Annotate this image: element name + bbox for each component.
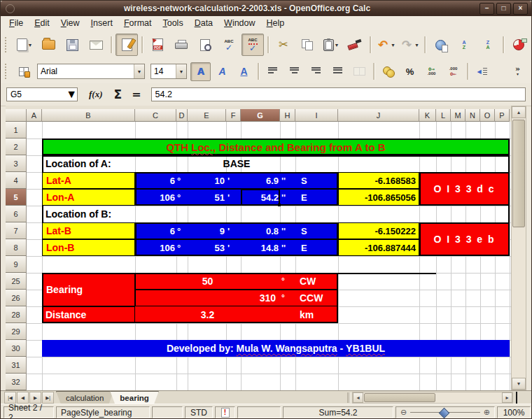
decrease-indent-button[interactable] — [472, 62, 492, 81]
tab-next-button[interactable]: ▶ — [29, 392, 41, 404]
row-header-1[interactable]: 1 — [6, 122, 27, 139]
name-box[interactable]: ▼ — [6, 87, 78, 101]
cell-J7[interactable]: -6.150222 — [338, 222, 419, 239]
zoom-in-icon[interactable]: ⊕ — [484, 408, 490, 417]
menu-data[interactable]: Data — [189, 17, 218, 29]
cell-E8[interactable]: 53 — [188, 239, 226, 256]
toolbar2-overflow-button[interactable] — [507, 62, 528, 81]
row-header-7[interactable]: 7 — [6, 222, 27, 239]
cell-H4[interactable]: '' — [280, 172, 295, 189]
formula-input-line[interactable] — [151, 87, 526, 101]
cell-reference-input[interactable] — [7, 88, 66, 101]
vertical-scroll-thumb[interactable] — [512, 120, 525, 227]
cell-B25[interactable]: Bearing — [42, 273, 135, 306]
sheet-tab-calculation[interactable]: calculation — [56, 391, 113, 404]
row-header-5[interactable]: 5 — [6, 189, 27, 206]
cell-H25[interactable]: ° — [280, 273, 295, 290]
sheet-position-status[interactable]: Sheet 2 / 2 — [4, 406, 54, 418]
menu-window[interactable]: Window — [218, 17, 260, 29]
cell-B28[interactable]: Distance — [42, 306, 135, 323]
cell-G4[interactable]: 6.9 — [241, 172, 280, 189]
cell-I7[interactable]: S — [295, 222, 338, 239]
percent-button[interactable] — [400, 62, 420, 81]
cell-I8[interactable]: E — [295, 239, 338, 256]
menu-tools[interactable]: Tools — [157, 17, 188, 29]
spreadsheet-grid[interactable]: ABCDEFGHIJKLMNOP12345678925262829303132Q… — [6, 106, 511, 390]
title-bar[interactable]: wireless-network-calculation-2-2003.xls … — [1, 1, 531, 16]
font-name-combo-dropdown[interactable]: ▼ — [134, 64, 144, 78]
copy-button[interactable] — [296, 34, 318, 56]
column-header-N[interactable]: N — [465, 109, 480, 122]
cell-F4[interactable]: ' — [226, 172, 241, 189]
align-left-button[interactable] — [262, 62, 283, 81]
cell-H26[interactable]: ° — [280, 290, 295, 306]
column-header-F[interactable]: F — [226, 109, 241, 122]
horizontal-scrollbar[interactable]: ◂ ▸ — [352, 392, 513, 404]
row-header-9[interactable]: 9 — [6, 256, 27, 273]
cell-C4[interactable]: 6 — [135, 172, 176, 189]
cell-C28[interactable]: 3.2 — [135, 306, 280, 323]
add-decimal-button[interactable] — [421, 62, 442, 81]
row-header-3[interactable]: 3 — [6, 155, 27, 172]
row-header-2[interactable]: 2 — [6, 139, 27, 155]
cell-J4[interactable]: -6.168583 — [338, 172, 419, 189]
auto-spellcheck-button[interactable] — [241, 34, 264, 56]
dropdown-arrow[interactable]: ▼ — [391, 43, 396, 48]
styles-button[interactable] — [13, 62, 34, 81]
email-button[interactable] — [85, 34, 107, 56]
menu-insert[interactable]: Insert — [85, 17, 118, 29]
cell-cursor[interactable] — [241, 189, 280, 206]
function-wizard-icon[interactable]: f(x) — [89, 89, 103, 100]
dropdown-arrow[interactable]: ▼ — [335, 43, 340, 48]
credit-banner[interactable]: Developed by: Mula W. Wangsaputra - YB1B… — [42, 340, 510, 357]
menu-format[interactable]: Format — [118, 17, 158, 29]
sheet-tab-bearing[interactable]: bearing — [110, 391, 159, 404]
merge-cells-button[interactable] — [349, 62, 370, 81]
vertical-scrollbar[interactable]: ▴ ▾ — [511, 106, 526, 390]
insert-chart-button[interactable] — [507, 34, 530, 56]
font-name-combo[interactable]: ▼ — [37, 64, 145, 79]
column-header-P[interactable]: P — [495, 109, 510, 122]
toolbar-grip[interactable] — [5, 64, 10, 79]
cell-B5[interactable]: Lon-A — [42, 189, 135, 206]
export-pdf-button[interactable] — [146, 34, 169, 56]
horizontal-scroll-thumb[interactable] — [364, 393, 435, 402]
page-style-status[interactable]: PageStyle_bearing — [56, 406, 150, 418]
column-header-J[interactable]: J — [338, 109, 419, 122]
scroll-right-button[interactable]: ▸ — [502, 392, 512, 403]
cell-C5[interactable]: 106 — [135, 189, 176, 206]
name-box-dropdown[interactable]: ▼ — [66, 88, 77, 101]
bold-button[interactable] — [190, 62, 211, 81]
font-size-combo-dropdown[interactable]: ▼ — [176, 64, 186, 78]
align-right-button[interactable] — [306, 62, 326, 81]
locator-a[interactable]: O I 3 3 d c — [419, 172, 510, 206]
cell-H8[interactable]: '' — [280, 239, 295, 256]
font-size-combo-input[interactable] — [151, 66, 176, 76]
toolbar-grip[interactable] — [5, 37, 10, 52]
sort-ascending-button[interactable] — [453, 34, 475, 56]
font-name-combo-input[interactable] — [38, 66, 134, 76]
format-paintbrush-button[interactable] — [344, 34, 366, 56]
scroll-left-button[interactable]: ◂ — [353, 392, 363, 403]
cell-J8[interactable]: -106.887444 — [338, 239, 419, 256]
cell-I25[interactable]: CW — [295, 273, 338, 290]
maximize-button[interactable]: □ — [496, 3, 511, 15]
sort-descending-button[interactable] — [477, 34, 499, 56]
row-header-30[interactable]: 30 — [6, 340, 27, 357]
dropdown-arrow[interactable]: ▼ — [28, 43, 33, 48]
tab-splitter[interactable] — [347, 392, 351, 403]
column-header-C[interactable]: C — [135, 109, 176, 122]
cell-E4[interactable]: 10 — [188, 172, 226, 189]
cell-H5[interactable]: '' — [280, 189, 295, 206]
cell-B6[interactable]: Location of B: — [42, 206, 135, 222]
scroll-down-button[interactable]: ▾ — [512, 378, 526, 390]
align-justify-button[interactable] — [328, 62, 348, 81]
column-header-I[interactable]: I — [295, 109, 338, 122]
title-banner[interactable]: QTH Loc., Distance and Bearing from A to… — [42, 139, 510, 155]
zoom-slider[interactable]: ⊖ ⊕ — [396, 406, 495, 418]
menu-edit[interactable]: Edit — [29, 17, 55, 29]
locator-b[interactable]: O I 3 3 e b — [419, 222, 510, 256]
cell-B8[interactable]: Lon-B — [42, 239, 135, 256]
column-header-L[interactable]: L — [436, 109, 451, 122]
formula-input[interactable] — [152, 88, 525, 101]
